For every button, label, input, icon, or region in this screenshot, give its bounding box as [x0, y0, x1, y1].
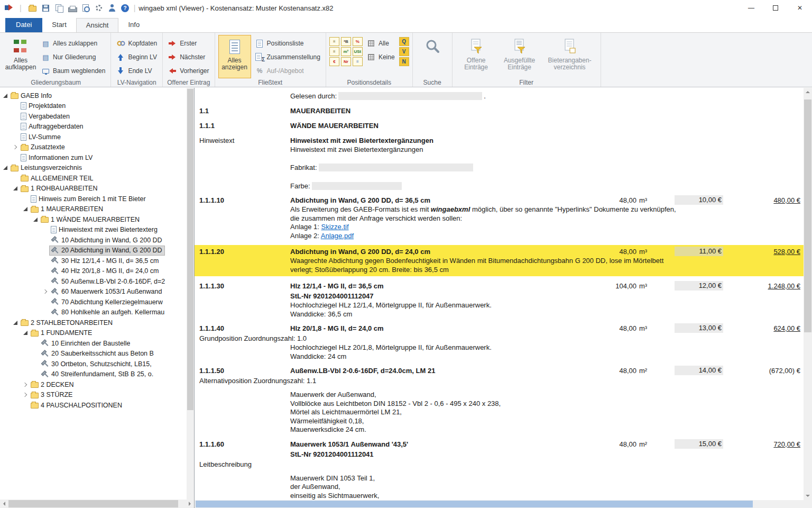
tree-item-body[interactable]: 10 Abdichtung in Wand, G 200 DD	[49, 235, 165, 245]
scrollbar-thumb[interactable]	[8, 500, 178, 507]
tree-item[interactable]: 2 STAHLBETONARBEITEN	[0, 318, 187, 328]
tree-item[interactable]: Informationen zum LV	[0, 152, 187, 163]
bieterangaben-verzeichnis-button[interactable]: Bieterangaben-verzeichnis	[542, 35, 597, 78]
tree-item[interactable]: LV-Summe	[0, 132, 187, 142]
tree-item[interactable]: 30 Hlz 12/1,4 - MG II, d= 36,5 cm	[0, 256, 187, 266]
tree-item-body[interactable]: Informationen zum LV	[19, 153, 95, 162]
tree-item-body[interactable]: 1 WÄNDE MAUERARBEITEN	[39, 215, 142, 224]
expand-all-button[interactable]: Alles aufklappen	[4, 35, 37, 78]
zusammenstellung-button[interactable]: Σ Zusammenstellung	[253, 51, 322, 64]
ust-detail-icon[interactable]: USt	[353, 47, 363, 56]
tree-item[interactable]: 40 Hlz 20/1,8 - MG II, d= 24,0 cm	[0, 266, 187, 277]
tree-item[interactable]: 1 WÄNDE MAUERARBEITEN	[0, 214, 187, 225]
unit-price-field[interactable]: 14,00 €	[675, 366, 723, 375]
tree-item-body[interactable]: 20 Abdichtung in Wand, G 200 DD	[49, 246, 165, 256]
tab-info[interactable]: Info	[118, 18, 149, 32]
offene-eintraege-filter-button[interactable]: Offene Einträge	[456, 35, 497, 78]
tree-item-body[interactable]: 30 Ortbeton, Schutzschicht, LB15,	[39, 359, 154, 369]
open-file-icon[interactable]	[27, 3, 38, 13]
tree-item[interactable]: 10 Einrichten der Baustelle	[0, 338, 187, 349]
tree-item[interactable]: 30 Ortbeton, Schutzschicht, LB15,	[0, 359, 187, 369]
tree-item[interactable]: 40 Streifenfundament, StB B 25, o.	[0, 369, 187, 380]
table-lines-icon[interactable]: ≡	[329, 37, 339, 46]
expand-toggle-icon[interactable]	[12, 144, 19, 150]
collapse-toggle-icon[interactable]	[22, 206, 29, 212]
tab-datei[interactable]: Datei	[5, 18, 42, 32]
print-icon[interactable]	[67, 3, 78, 13]
tree-item[interactable]: 70 Abdichtung Kellerziegelmauerw	[0, 297, 187, 307]
collapse-toggle-icon[interactable]	[22, 330, 29, 336]
tree-item[interactable]: Zusatztexte	[0, 142, 187, 153]
expand-toggle-icon[interactable]	[22, 382, 29, 388]
tree-item-body[interactable]: 1 ROHBAUARBEITEN	[19, 184, 100, 193]
auf-abgebot-button[interactable]: % Auf-/Abgebot	[253, 65, 322, 77]
tree-item[interactable]: 1 FUNDAMENTE	[0, 328, 187, 339]
tree-item-body[interactable]: 80 Hohlkehle an aufgeh. Kellermau	[49, 307, 167, 318]
unit-price-field[interactable]: 11,00 €	[675, 247, 723, 256]
kopfdaten-button[interactable]: Kopfdaten	[114, 37, 159, 50]
tree-item-body[interactable]: LV-Summe	[19, 132, 63, 142]
tree-item-body[interactable]: 2 STAHLBETONARBEITEN	[19, 318, 115, 328]
unit-price-field[interactable]: 15,00 €	[675, 439, 723, 449]
bieter-text-icon[interactable]: *B	[341, 37, 351, 46]
tree-item[interactable]: Auftraggeberdaten	[0, 122, 187, 132]
tree-item-body[interactable]: ALLGEMEINER TEIL	[19, 174, 96, 183]
tree-horizontal-scrollbar[interactable]	[0, 500, 194, 508]
collapse-toggle-icon[interactable]	[12, 185, 19, 192]
tree-item-body[interactable]: 4 PAUSCHALPOSITIONEN	[29, 401, 125, 410]
positionsliste-button[interactable]: Positionsliste	[253, 37, 322, 50]
tree-item-body[interactable]: 1 FUNDAMENTE	[29, 328, 95, 338]
scrollbar-thumb[interactable]	[804, 99, 811, 332]
tree-item[interactable]: 10 Abdichtung in Wand, G 200 DD	[0, 235, 187, 246]
search-button[interactable]	[416, 35, 449, 78]
tree-item[interactable]: Hinweis zum Bereich 1 mit TE Bieter	[0, 194, 187, 204]
tree-item-body[interactable]: Hinweistext mit zwei Bietertexterg	[49, 225, 160, 234]
ausgefuellte-eintraege-filter-button[interactable]: Ausgefüllte Einträge	[499, 35, 540, 78]
help-icon[interactable]: ?	[120, 3, 131, 13]
tree-item-body[interactable]: 1 MAUERARBEITEN	[29, 204, 106, 214]
scroll-left-icon[interactable]	[0, 500, 8, 508]
tree-item-body[interactable]: 70 Abdichtung Kellerziegelmauerw	[49, 297, 165, 307]
tree-item[interactable]: Leistungsverzeichnis	[0, 163, 187, 174]
v-flag-icon[interactable]: V	[399, 47, 409, 56]
table-lines-icon[interactable]: ≡	[329, 47, 339, 56]
tree-item[interactable]: 50 Außenw.LB-Vbl 2-0.6-16DF, d=2	[0, 276, 187, 287]
document-horizontal-scrollbar[interactable]	[195, 500, 804, 508]
tree-item-body[interactable]: 40 Hlz 20/1,8 - MG II, d= 24,0 cm	[49, 266, 161, 276]
tree-item-body[interactable]: Projektdaten	[19, 101, 68, 111]
scroll-up-icon[interactable]	[804, 88, 812, 96]
document-vertical-scrollbar[interactable]	[804, 88, 812, 500]
tree-item[interactable]: 20 Sauberkeitsschicht aus Beton B	[0, 349, 187, 359]
bieter-input-field[interactable]	[312, 182, 402, 190]
tree-item-body[interactable]: 2 DECKEN	[29, 380, 77, 389]
scroll-down-icon[interactable]	[804, 492, 812, 500]
only-outline-button[interactable]: ▤ Nur Gliederung	[39, 51, 107, 64]
collapse-toggle-icon[interactable]	[12, 320, 19, 326]
tree-item-body[interactable]: Auftraggeberdaten	[19, 122, 86, 131]
euro-detail-icon[interactable]: €	[329, 57, 339, 66]
tree-item[interactable]: 1 ROHBAUARBEITEN	[0, 184, 187, 194]
tree-item-body[interactable]: 40 Streifenfundament, StB B 25, o.	[39, 369, 156, 379]
close-button[interactable]: ✕	[788, 0, 812, 16]
beginn-lv-button[interactable]: Beginn LV	[114, 51, 159, 64]
scrollbar-thumb[interactable]	[196, 501, 753, 507]
alles-anzeigen-button[interactable]: Alles anzeigen	[218, 35, 251, 78]
tree-item[interactable]: 60 Mauerwerk 1053/1 Außenwand	[0, 287, 187, 297]
maximize-button[interactable]	[763, 0, 788, 16]
tree-item[interactable]: 2 DECKEN	[0, 379, 187, 390]
unit-detail-icon[interactable]: m²	[341, 47, 351, 56]
tree-item[interactable]: Projektdaten	[0, 101, 187, 112]
collapse-all-button[interactable]: ▤ Alles zuklappen	[39, 37, 107, 50]
tree-item[interactable]: Vergabedaten	[0, 111, 187, 122]
alle-details-button[interactable]: Alle	[365, 37, 397, 50]
tree-item-body[interactable]: Vergabedaten	[19, 112, 72, 121]
erster-button[interactable]: Erster	[166, 37, 211, 50]
copy-icon[interactable]	[54, 3, 64, 13]
tree-item[interactable]: 20 Abdichtung in Wand, G 200 DD	[0, 246, 187, 256]
naechster-button[interactable]: Nächster	[166, 51, 211, 64]
unit-price-field[interactable]: 10,00 €	[675, 195, 723, 205]
attachment-link[interactable]: Skizze.tif	[321, 223, 349, 231]
tree-item-body[interactable]: 20 Sauberkeitsschicht aus Beton B	[39, 349, 156, 359]
tab-start[interactable]: Start	[42, 18, 76, 32]
print-preview-icon[interactable]	[80, 3, 91, 13]
